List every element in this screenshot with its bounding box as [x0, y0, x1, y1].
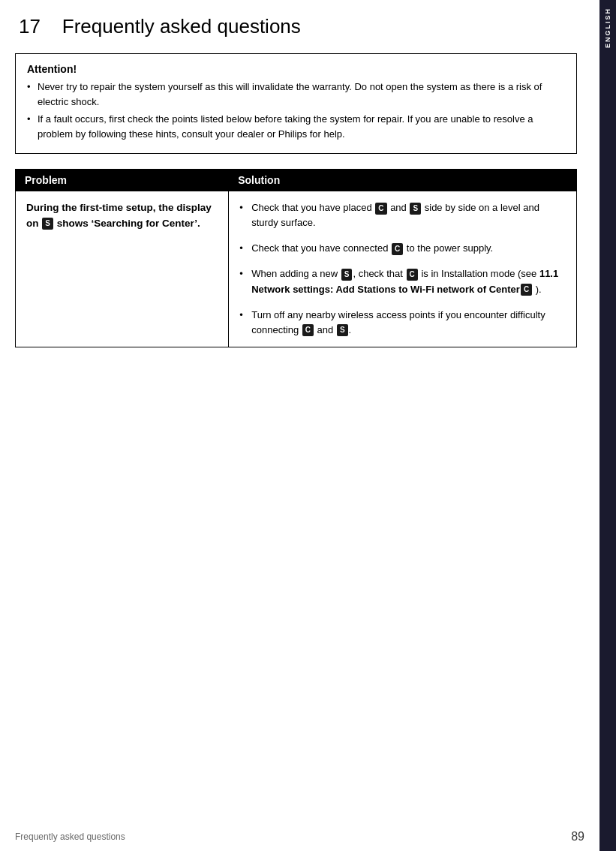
solution-item-1: Check that you have placed C and S side … [239, 200, 566, 230]
faq-table: Problem Solution During the first-time s… [15, 169, 577, 347]
solution-list: Check that you have placed C and S side … [239, 200, 566, 338]
solution-item-4: Turn off any nearby wireless access poin… [239, 308, 566, 338]
solution-item-2: Check that you have connected C to the p… [239, 241, 566, 256]
problem-cell: During the first-time setup, the display… [16, 191, 229, 347]
page-container: ENGLISH 17 Frequently asked questions At… [0, 0, 616, 851]
page-title: 17 Frequently asked questions [15, 15, 577, 38]
center-icon-c3: C [407, 269, 418, 281]
station-icon-s1: S [410, 203, 421, 215]
center-icon-c2: C [392, 243, 403, 255]
page-number: 89 [571, 830, 584, 843]
attention-box: Attention! Never try to repair the syste… [15, 53, 577, 154]
page-footer: Frequently asked questions 89 [0, 830, 599, 843]
attention-list: Never try to repair the system yourself … [27, 80, 565, 141]
attention-title: Attention! [27, 63, 565, 75]
solution-cell: Check that you have placed C and S side … [229, 191, 577, 347]
attention-item-2: If a fault occurs, first check the point… [27, 112, 565, 141]
center-icon-c4: C [521, 284, 532, 296]
center-icon-c5: C [302, 324, 314, 336]
side-tab-label: ENGLISH [604, 8, 611, 48]
chapter-title: Frequently asked questions [62, 15, 301, 38]
station-icon-s3: S [337, 324, 348, 336]
chapter-number: 17 [19, 15, 41, 38]
table-header-problem: Problem [16, 170, 229, 191]
solution-item-3: When adding a new S, check that C is in … [239, 266, 566, 296]
footer-label: Frequently asked questions [15, 831, 125, 842]
table-row: During the first-time setup, the display… [16, 191, 577, 347]
attention-item-1: Never try to repair the system yourself … [27, 80, 565, 109]
reference-text: 11.1 Network settings: Add Stations to W… [251, 268, 558, 294]
main-content: 17 Frequently asked questions Attention!… [0, 0, 599, 392]
table-header-solution: Solution [229, 170, 577, 191]
station-icon-s2: S [341, 269, 353, 281]
station-icon-s: S [42, 218, 53, 230]
side-tab: ENGLISH [599, 0, 616, 851]
center-icon-c1: C [375, 203, 386, 215]
